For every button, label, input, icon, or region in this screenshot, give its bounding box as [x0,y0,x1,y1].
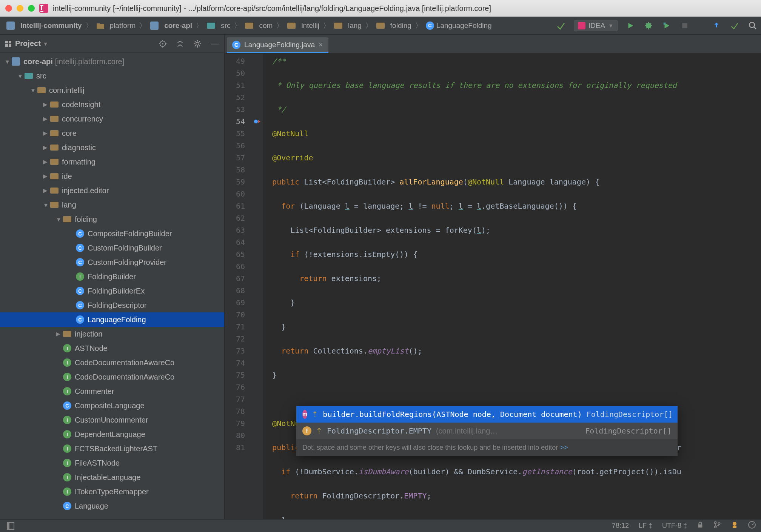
project-tree[interactable]: ▼core-api [intellij.platform.core]▼src▼c… [0,53,224,519]
tree-node[interactable]: CCompositeLanguage [0,398,224,413]
coverage-icon[interactable] [661,20,672,31]
line-ending[interactable]: LF ‡ [639,522,652,530]
hide-icon[interactable]: — [210,39,220,49]
memory-icon[interactable] [748,521,756,530]
chevron-down-icon[interactable]: ▼ [43,41,48,47]
collapse-icon[interactable] [175,39,185,49]
hector-icon[interactable] [731,521,738,530]
code-source[interactable]: /** * Only queries base language results… [263,54,761,519]
tree-node[interactable]: IDependentLanguage [0,427,224,441]
tree-node[interactable]: CFoldingBuilderEx [0,284,224,298]
project-tool-window: Project ▼ — ▼core-api [intellij.platform… [0,35,225,519]
run-icon[interactable] [625,20,636,31]
fullscreen-window-button[interactable] [28,5,35,12]
tree-node[interactable]: IITokenTypeRemapper [0,484,224,499]
completion-hint-link[interactable]: >> [560,444,568,451]
stop-icon [679,20,690,31]
tree-node[interactable]: IASTNode [0,341,224,355]
tree-node[interactable]: ▼folding [0,212,224,226]
search-icon[interactable] [747,20,758,31]
svg-rect-3 [40,11,43,12]
close-window-button[interactable] [5,5,12,12]
gear-icon[interactable] [193,39,202,49]
tree-node[interactable]: ▼lang [0,198,224,212]
debug-icon[interactable] [643,20,654,31]
tree-node[interactable]: ▶core [0,126,224,140]
vcs-update-icon[interactable] [711,20,722,31]
close-tab-icon[interactable]: × [319,40,323,49]
tree-node[interactable]: CCompositeFoldingBuilder [0,226,224,241]
tree-node[interactable]: ICommenter [0,384,224,398]
svg-point-14 [196,42,199,45]
window-title: intellij-community [~/intellij-community… [53,4,491,13]
tree-node[interactable]: ▶formatting [0,155,224,169]
vcs-commit-icon[interactable] [729,20,740,31]
svg-rect-2 [41,5,42,10]
code-editor[interactable]: 4950515253545556575859606162636465666768… [225,54,761,519]
tree-node[interactable]: CCustomFoldingBuilder [0,241,224,255]
tree-node[interactable]: ICodeDocumentationAwareCo [0,370,224,384]
intellij-icon [578,22,585,29]
svg-point-5 [646,23,651,28]
main-area: Project ▼ — ▼core-api [intellij.platform… [0,35,761,519]
bc-src[interactable]: src [203,21,233,30]
tree-node[interactable]: CLanguageFolding [0,312,224,327]
lock-icon[interactable] [697,521,704,530]
bc-lang[interactable]: lang [331,21,365,30]
tree-node[interactable]: IFCTSBackedLighterAST [0,441,224,456]
bc-class[interactable]: CLanguageFolding [423,22,495,30]
tree-node[interactable]: ▼com.intellij [0,83,224,97]
svg-point-21 [718,523,720,524]
completion-item[interactable]: m ⇡ builder.buildFoldRegions(ASTNode nod… [296,406,678,423]
run-config-dropdown[interactable]: IDEA ▼ [574,20,618,31]
tree-node[interactable]: ▶ide [0,169,224,183]
svg-point-20 [715,526,716,528]
window-titlebar: intellij-community [~/intellij-community… [0,0,761,17]
caret-position[interactable]: 78:12 [612,522,629,530]
project-icon [5,40,12,48]
tree-node[interactable]: ICodeDocumentationAwareCo [0,355,224,370]
tab-languagefolding[interactable]: C LanguageFolding.java × [227,37,328,53]
tree-node[interactable]: IFoldingBuilder [0,269,224,284]
tree-node[interactable]: ▶injection [0,327,224,341]
tree-node[interactable]: CFoldingDescriptor [0,298,224,312]
bc-folding[interactable]: folding [373,21,414,30]
completion-popup[interactable]: m ⇡ builder.buildFoldRegions(ASTNode nod… [296,406,678,456]
svg-rect-9 [9,41,11,43]
tree-node[interactable]: CCustomFoldingProvider [0,255,224,269]
completion-item[interactable]: f ⇡ FoldingDescriptor.EMPTY (com.intelli… [296,423,678,439]
gutter-line-numbers: 4950515253545556575859606162636465666768… [225,54,252,519]
build-icon[interactable] [556,20,566,31]
svg-rect-10 [5,44,8,47]
tree-node[interactable]: ▶diagnostic [0,140,224,155]
bc-platform[interactable]: platform [93,22,139,30]
tree-node[interactable]: ICustomUncommenter [0,413,224,427]
completion-text: FoldingDescriptor.EMPTY [327,425,431,437]
tree-node[interactable]: ▶injected.editor [0,183,224,198]
intellij-logo-icon [39,4,48,13]
git-branch-icon[interactable] [713,521,721,530]
tree-node[interactable]: ▶codeInsight [0,97,224,112]
bc-com[interactable]: com [242,21,276,30]
tool-window-header[interactable]: Project ▼ — [0,35,224,53]
tree-node[interactable]: IFileASTNode [0,456,224,470]
locate-icon[interactable] [158,39,168,49]
svg-rect-23 [733,526,736,528]
field-icon: f [302,426,311,435]
encoding[interactable]: UTF-8 ‡ [662,522,687,530]
minimize-window-button[interactable] [17,5,23,12]
tree-node[interactable]: IInjectableLanguage [0,470,224,484]
tree-node[interactable]: ▼core-api [intellij.platform.core] [0,54,224,69]
bc-intellij[interactable]: intellij [284,21,322,30]
bc-project[interactable]: intellij-community [3,21,85,30]
svg-point-15 [254,120,258,123]
traffic-lights[interactable] [5,5,35,12]
tool-windows-icon[interactable] [5,521,16,531]
tool-window-title: Project [15,39,41,48]
tree-node[interactable]: ▶concurrency [0,112,224,126]
bc-coreapi[interactable]: core-api [147,21,195,30]
breadcrumb-bar: intellij-community〉 platform〉 core-api〉 … [0,17,761,35]
tree-node[interactable]: CLanguage [0,499,224,513]
tree-node[interactable]: ▼src [0,69,224,83]
run-config-label: IDEA [588,22,605,30]
